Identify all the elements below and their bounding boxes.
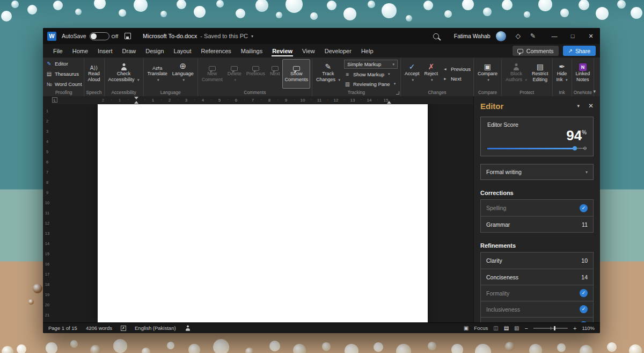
comment-icon <box>517 49 523 53</box>
zoom-slider[interactable] <box>533 328 568 329</box>
comments-button[interactable]: Comments <box>513 46 559 56</box>
proofing-status-icon[interactable]: ✗ <box>121 326 126 331</box>
ribbon-button-previous[interactable]: ◄Previous <box>442 65 471 74</box>
chevron-down-icon: ▾ <box>157 78 159 82</box>
dialog-launcher-icon[interactable] <box>396 91 399 95</box>
ribbon-button-word-count[interactable]: №Word Count <box>46 80 82 89</box>
tab-draw[interactable]: Draw <box>118 45 141 57</box>
focus-button[interactable]: Focus <box>474 325 488 331</box>
read-mode-icon[interactable]: ◫ <box>493 325 498 331</box>
tab-insert[interactable]: Insert <box>93 45 118 57</box>
document-page[interactable] <box>98 104 428 322</box>
editor-category-grammar[interactable]: Grammar11 <box>481 216 593 232</box>
minimize-button[interactable]: — <box>545 28 564 44</box>
tab-references[interactable]: References <box>196 45 236 57</box>
collapse-ribbon-icon[interactable]: ▾ <box>593 89 596 94</box>
wallpaper-sphere <box>188 344 200 353</box>
editor-pane: Editor ▾ ✕ Editor Score 94 % <box>473 96 600 322</box>
editor-category-clarity[interactable]: Clarity10 <box>481 253 593 269</box>
ribbon-button-editor[interactable]: ✎Editor <box>46 60 82 68</box>
tab-review[interactable]: Review <box>267 45 297 57</box>
editor-category-spelling[interactable]: Spelling✓ <box>481 200 593 216</box>
zoom-level[interactable]: 110% <box>582 325 595 331</box>
ribbon-button-show-comments[interactable]: ShowComments <box>282 59 310 89</box>
ruler-tick: · <box>294 97 295 102</box>
ribbon: ✎Editor▤Thesaurus№Word CountProofingA⟩⟩R… <box>43 57 600 96</box>
tab-developer[interactable]: Developer <box>320 45 356 57</box>
editor-category-inclusiveness[interactable]: Inclusiveness✓ <box>481 301 593 317</box>
ribbon-button-reject[interactable]: ✗Reject▾ <box>422 59 440 89</box>
avatar[interactable] <box>496 31 506 41</box>
editor-category-label: Clarity <box>486 257 581 264</box>
tab-view[interactable]: View <box>297 45 320 57</box>
writing-style-dropdown[interactable]: Formal writing ▾ <box>480 164 594 180</box>
ribbon-button-linked-notes[interactable]: NLinkedNotes <box>574 59 592 89</box>
editor-category-conciseness[interactable]: Conciseness14 <box>481 269 593 285</box>
tab-selector[interactable]: L <box>52 97 57 103</box>
ribbon-button-track-changes[interactable]: ✎TrackChanges ▾ <box>314 59 342 89</box>
tab-layout[interactable]: Layout <box>169 45 196 57</box>
close-pane-icon[interactable]: ✕ <box>588 102 594 110</box>
tab-mailings[interactable]: Mailings <box>236 45 267 57</box>
hanging-indent-marker[interactable] <box>134 101 138 104</box>
pen-icon[interactable]: ✎ <box>530 32 536 40</box>
ribbon-button-block-authors[interactable]: BlockAuthors ▾ <box>503 59 529 89</box>
premium-diamond-icon[interactable]: ◇ <box>516 32 521 40</box>
editor-category-item[interactable]: ✓ <box>481 317 593 322</box>
wallpaper-sphere <box>236 9 245 18</box>
word-count-indicator[interactable]: 4206 words <box>86 325 112 331</box>
accessibility-status-icon[interactable] <box>185 325 191 332</box>
save-icon[interactable] <box>125 33 131 39</box>
first-line-indent-marker[interactable] <box>134 97 138 99</box>
ribbon-button-new-comment[interactable]: NewComment <box>200 59 225 89</box>
right-indent-marker[interactable] <box>387 101 391 104</box>
chevron-down-icon: ▾ <box>251 34 253 39</box>
tab-home[interactable]: Home <box>68 45 93 57</box>
share-button[interactable]: ↗ Share <box>563 46 596 56</box>
ribbon-button-compare[interactable]: ▣Compare▾ <box>475 59 500 89</box>
ruler-number: 3 <box>46 126 48 136</box>
wallpaper-sphere <box>17 344 26 353</box>
zoom-in-button[interactable]: + <box>573 325 576 332</box>
ribbon-button-accept[interactable]: ✓Accept▾ <box>402 59 422 89</box>
title-bar[interactable]: W AutoSave Off Microsoft To-do.docx - Sa… <box>43 28 600 44</box>
tab-design[interactable]: Design <box>141 45 169 57</box>
maximize-button[interactable]: □ <box>564 28 582 44</box>
zoom-slider-thumb[interactable] <box>554 326 555 330</box>
tab-help[interactable]: Help <box>356 45 378 57</box>
vertical-ruler[interactable]: 123456789101112131415161718192021 <box>43 96 52 322</box>
ribbon-button-show-markup[interactable]: ≡Show Markup▾ <box>344 70 398 78</box>
close-button[interactable]: ✕ <box>582 28 600 44</box>
ribbon-button-previous[interactable]: Previous <box>244 59 267 89</box>
ruler-tick: · <box>310 97 312 102</box>
ribbon-button-next[interactable]: ►Next <box>442 75 471 83</box>
language-indicator[interactable]: English (Pakistan) <box>135 325 176 331</box>
wallpaper-sphere <box>142 348 150 353</box>
check-badge-icon: ✓ <box>580 305 588 313</box>
chevron-down-icon[interactable]: ▾ <box>577 103 580 109</box>
ribbon-button-translate[interactable]: A⇄aTranslate▾ <box>145 59 170 89</box>
tab-file[interactable]: File <box>48 45 68 57</box>
ribbon-button-language[interactable]: ⊕Language▾ <box>170 59 196 89</box>
ruler-number: 5 <box>46 147 48 157</box>
ribbon-button-delete[interactable]: Delete▾ <box>225 59 244 89</box>
document-title[interactable]: Microsoft To-do.docx - Saved to this PC … <box>143 33 253 39</box>
wallpaper-sphere <box>245 348 254 353</box>
web-layout-icon[interactable]: ▧ <box>514 325 519 331</box>
horizontal-ruler[interactable]: L21123456789101112131415················… <box>52 96 473 104</box>
markup-view-combobox[interactable]: Simple Markup▾ <box>344 60 398 69</box>
autosave-toggle[interactable] <box>90 32 109 40</box>
search-icon[interactable] <box>433 33 439 39</box>
ribbon-button-restrict-editing[interactable]: ▤RestrictEditing <box>530 59 551 89</box>
ribbon-button-check-accessibility[interactable]: CheckAccessibility ▾ <box>106 59 142 89</box>
editor-category-formality[interactable]: Formality✓ <box>481 285 593 301</box>
ribbon-button-next[interactable]: Next <box>268 59 282 89</box>
zoom-out-button[interactable]: − <box>525 325 528 332</box>
page-indicator[interactable]: Page 1 of 15 <box>48 325 77 331</box>
ribbon-button-thesaurus[interactable]: ▤Thesaurus <box>46 70 82 78</box>
ribbon-button-reviewing-pane[interactable]: ▥Reviewing Pane▾ <box>344 80 398 88</box>
print-layout-icon[interactable]: ▤ <box>504 325 509 331</box>
autosave-label: AutoSave <box>62 33 86 39</box>
ribbon-button-read-aloud[interactable]: A⟩⟩ReadAloud <box>86 59 103 89</box>
ribbon-button-hide-ink[interactable]: ✒HideInk ▾ <box>554 59 570 89</box>
